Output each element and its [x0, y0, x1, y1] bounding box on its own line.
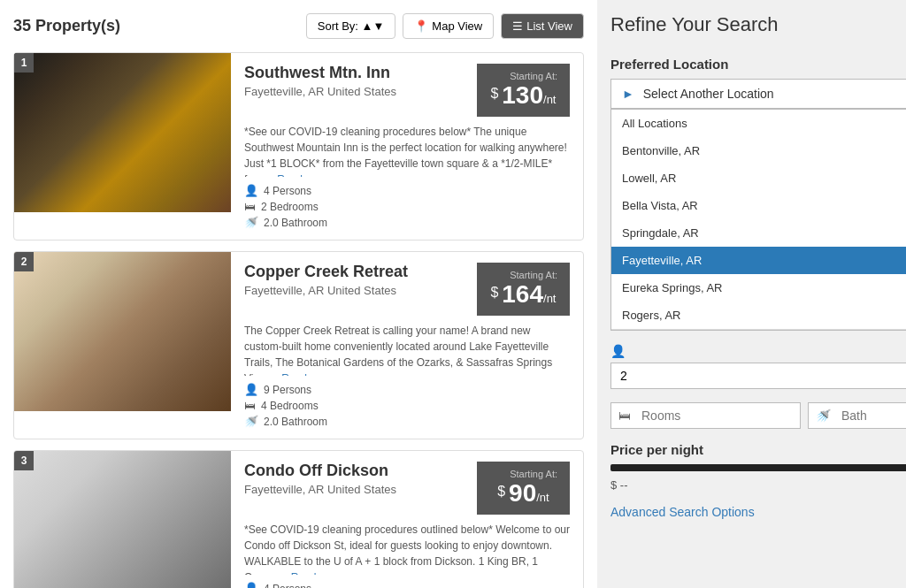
- property-card-1: 1 Southwest Mtn. Inn Fayetteville, AR Un…: [13, 52, 584, 241]
- location-option-bentonville[interactable]: Bentonville, AR: [611, 137, 906, 164]
- card-title-3: Condo Off Dickson: [244, 462, 396, 480]
- card-content-3: Condo Off Dickson Fayetteville, AR Unite…: [231, 451, 583, 588]
- card-image-3[interactable]: [14, 451, 231, 588]
- sort-by-button[interactable]: Sort By: ▲▼: [306, 13, 396, 39]
- bed-icon-filter: 🛏: [611, 403, 638, 428]
- map-view-button[interactable]: 📍 Map View: [403, 13, 494, 39]
- price-section: Price per night ▼ $ -- $ 1000 +: [610, 442, 906, 492]
- select-another-location-button[interactable]: ► Select Another Location ▼: [610, 79, 906, 109]
- bed-icon-1: 🛏: [244, 200, 256, 213]
- navigation-icon: ►: [622, 87, 634, 101]
- location-option-springdale[interactable]: Springdale, AR: [611, 219, 906, 247]
- bath-icon-2: 🚿: [244, 415, 258, 428]
- card-number-2: 2: [14, 252, 34, 271]
- price-min-label: $ --: [610, 478, 628, 492]
- guests-icon: 👤: [610, 344, 626, 358]
- list-icon: ☰: [512, 19, 523, 33]
- location-dropdown-menu: All Locations Bentonville, AR Lowell, AR…: [610, 109, 906, 331]
- card-top-2: Copper Creek Retreat Fayetteville, AR Un…: [244, 263, 570, 316]
- header-controls: Sort By: ▲▼ 📍 Map View ☰ List View: [306, 13, 584, 39]
- read-more-2[interactable]: Read more.: [281, 372, 337, 376]
- card-top-1: Southwest Mtn. Inn Fayetteville, AR Unit…: [244, 64, 570, 117]
- card-content-1: Southwest Mtn. Inn Fayetteville, AR Unit…: [231, 53, 583, 240]
- price-section-label[interactable]: Price per night ▼: [610, 442, 906, 457]
- card-top-3: Condo Off Dickson Fayetteville, AR Unite…: [244, 462, 570, 515]
- price-badge-3: Starting At: $ 90/nt: [477, 462, 570, 515]
- read-more-1[interactable]: Read more.: [277, 173, 333, 177]
- card-amenities-2: 👤9 Persons 🛏4 Bedrooms 🚿2.0 Bathroom: [244, 383, 570, 428]
- preferred-location-label[interactable]: Preferred Location ▼: [610, 50, 906, 79]
- persons-icon-3: 👤: [244, 582, 258, 588]
- persons-icon-1: 👤: [244, 184, 258, 197]
- guests-input[interactable]: [610, 363, 906, 389]
- listings-header: 35 Property(s) Sort By: ▲▼ 📍 Map View ☰ …: [13, 13, 584, 39]
- card-amenities-1: 👤4 Persons 🛏2 Bedrooms 🚿2.0 Bathroom: [244, 184, 570, 229]
- card-location-1: Fayetteville, AR United States: [244, 85, 396, 98]
- guests-label: 👤: [610, 344, 906, 358]
- bath-input[interactable]: [838, 403, 906, 428]
- bed-icon-2: 🛏: [244, 399, 256, 412]
- map-pin-icon: 📍: [414, 19, 428, 33]
- card-description-1: *See our COVID-19 cleaning procedures be…: [244, 124, 570, 177]
- card-location-3: Fayetteville, AR United States: [244, 483, 396, 496]
- rooms-input-wrapper: 🛏: [610, 402, 801, 429]
- search-panel-title: Refine Your Search: [610, 13, 779, 36]
- card-image-2[interactable]: [14, 252, 231, 411]
- bath-input-wrapper: 🚿: [808, 402, 906, 429]
- read-more-3[interactable]: Read more.: [291, 571, 347, 575]
- card-description-3: *See COVID-19 cleaning procedures outlin…: [244, 522, 570, 575]
- location-option-bella-vista[interactable]: Bella Vista, AR: [611, 192, 906, 219]
- list-view-button[interactable]: ☰ List View: [501, 13, 584, 39]
- guests-section: 👤: [610, 344, 906, 389]
- location-option-fayetteville[interactable]: Fayetteville, AR: [611, 247, 906, 274]
- price-range-row: $ -- $ 1000 +: [610, 478, 906, 492]
- listings-panel: 35 Property(s) Sort By: ▲▼ 📍 Map View ☰ …: [0, 0, 597, 588]
- location-option-rogers[interactable]: Rogers, AR: [611, 302, 906, 330]
- card-title-1: Southwest Mtn. Inn: [244, 64, 396, 82]
- location-option-all[interactable]: All Locations: [611, 110, 906, 137]
- search-panel: Refine Your Search Reset Preferred Locat…: [597, 0, 906, 588]
- bath-icon-1: 🚿: [244, 216, 258, 229]
- rooms-input[interactable]: [638, 403, 800, 428]
- location-option-eureka-springs[interactable]: Eureka Springs, AR ▼: [611, 274, 906, 302]
- property-count: 35 Property(s): [13, 17, 120, 35]
- card-title-2: Copper Creek Retreat: [244, 263, 408, 281]
- rooms-bath-row: 🛏 🚿: [610, 402, 906, 429]
- location-dropdown-wrapper: ► Select Another Location ▼ All Location…: [610, 79, 906, 331]
- advanced-search-options[interactable]: Advanced Search Options: [610, 505, 906, 519]
- price-range-bar[interactable]: [610, 464, 906, 471]
- bath-icon-filter: 🚿: [809, 403, 838, 428]
- card-image-1[interactable]: [14, 53, 231, 212]
- card-number-3: 3: [14, 451, 34, 470]
- price-badge-2: Starting At: $ 164/nt: [477, 263, 570, 316]
- card-description-2: The Copper Creek Retreat is calling your…: [244, 323, 570, 376]
- price-badge-1: Starting At: $ 130/nt: [477, 64, 570, 117]
- persons-icon-2: 👤: [244, 383, 258, 396]
- card-number-1: 1: [14, 53, 34, 73]
- property-card-3: 3 Condo Off Dickson Fayetteville, AR Uni…: [13, 450, 584, 588]
- property-card-2: 2 Copper Creek Retreat Fayetteville, AR …: [13, 251, 584, 439]
- location-option-lowell[interactable]: Lowell, AR ▼: [611, 164, 906, 192]
- preferred-location-section: Preferred Location ▼ ► Select Another Lo…: [610, 50, 906, 331]
- search-panel-header: Refine Your Search Reset: [610, 13, 906, 36]
- card-amenities-3: 👤4 Persons 🛏2 Bedrooms 🚿2.0 Bathroom: [244, 582, 570, 588]
- card-content-2: Copper Creek Retreat Fayetteville, AR Un…: [231, 252, 583, 439]
- card-location-2: Fayetteville, AR United States: [244, 284, 408, 297]
